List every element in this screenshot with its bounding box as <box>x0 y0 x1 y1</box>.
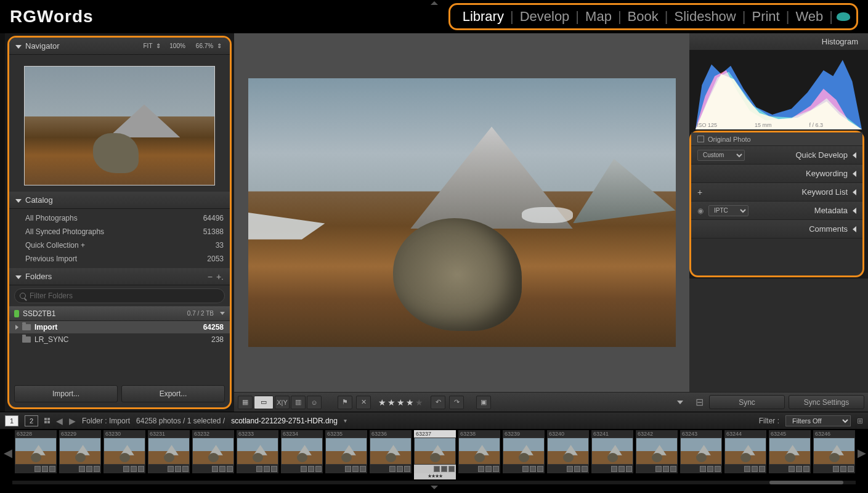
filmstrip-thumb[interactable]: 63229 <box>59 430 101 479</box>
module-book[interactable]: Book <box>622 6 665 27</box>
filmstrip-thumb[interactable]: 63230 <box>103 430 145 479</box>
flag-reject-button[interactable]: ✕ <box>356 396 371 409</box>
comments-header[interactable]: Comments <box>691 220 862 238</box>
breadcrumb-stats: 64258 photos / 1 selected / <box>136 417 225 425</box>
filmstrip-thumb[interactable]: 63241 <box>591 430 633 479</box>
metadata-preset-select[interactable]: IPTC <box>708 205 748 216</box>
module-slideshow[interactable]: Slideshow <box>668 6 742 27</box>
badge-icon <box>567 466 573 472</box>
metadata-header[interactable]: ◉ IPTC Metadata <box>691 202 862 220</box>
filmstrip-thumb[interactable]: 63236 <box>370 430 412 479</box>
slideshow-button[interactable]: ▣ <box>476 396 491 409</box>
import-button[interactable]: Import... <box>14 385 118 402</box>
sync-button[interactable]: Sync <box>709 395 785 409</box>
thumb-badges <box>458 465 500 473</box>
filmstrip-thumb[interactable]: 63231 <box>148 430 190 479</box>
zoom-100[interactable]: 100% <box>168 41 187 51</box>
export-button[interactable]: Export... <box>121 385 225 402</box>
module-develop[interactable]: Develop <box>514 6 576 27</box>
grid-view-button[interactable]: ▦ <box>238 396 253 409</box>
module-picker-highlight: Library | Develop | Map | Book | Slidesh… <box>448 3 858 30</box>
catalog-panel-header[interactable]: Catalog <box>9 192 230 209</box>
original-photo-row[interactable]: Original Photo <box>691 132 862 146</box>
main-window-button[interactable]: 1 <box>5 415 18 426</box>
volume-row[interactable]: SSD2TB1 0.7 / 2 TB <box>9 306 230 321</box>
catalog-item-all[interactable]: All Photographs64496 <box>15 211 224 225</box>
navigator-panel-header[interactable]: Navigator FIT ⇕ 100% 66.7% ⇕ <box>9 38 230 55</box>
thumb-badges <box>370 465 412 473</box>
catalog-item-quick[interactable]: Quick Collection +33 <box>15 238 224 252</box>
filmstrip-scrollbar-track[interactable] <box>12 481 856 484</box>
module-map[interactable]: Map <box>579 6 618 27</box>
module-print[interactable]: Print <box>745 6 785 27</box>
filmstrip-scrollbar-thumb[interactable] <box>769 481 843 484</box>
go-back-button[interactable]: ◀ <box>56 416 63 426</box>
folder-row-import[interactable]: Import 64258 <box>9 321 230 333</box>
zoom-fit[interactable]: FIT ⇕ <box>140 41 163 51</box>
filmstrip-scroll-left[interactable]: ◀ <box>4 433 12 473</box>
catalog-item-synced[interactable]: All Synced Photographs51388 <box>15 225 224 238</box>
compare-view-button[interactable]: X|Y <box>275 396 290 409</box>
navigator-preview[interactable] <box>24 66 215 185</box>
quick-develop-header[interactable]: Custom Quick Develop <box>691 146 862 165</box>
filmstrip-scroll-right[interactable]: ▶ <box>858 433 866 473</box>
quick-develop-preset-select[interactable]: Custom <box>697 150 745 161</box>
survey-view-button[interactable]: ▥ <box>291 396 306 409</box>
filmstrip-thumb[interactable]: 63245 <box>769 430 811 479</box>
filter-select[interactable]: Filters Off <box>785 415 851 426</box>
second-window-button[interactable]: 2 <box>25 415 38 426</box>
filmstrip-thumb[interactable]: 63232 <box>192 430 234 479</box>
hist-mm: 15 mm <box>755 122 772 128</box>
filmstrip-thumb[interactable]: 63235 <box>325 430 367 479</box>
go-forward-button[interactable]: ▶ <box>69 416 76 426</box>
add-keyword-button[interactable]: + <box>697 187 702 197</box>
badge-icon <box>840 466 846 472</box>
filmstrip-thumb[interactable]: 63228 <box>15 430 57 479</box>
filmstrip-thumb[interactable]: 63238 <box>458 430 500 479</box>
filmstrip-thumb[interactable]: 63246 <box>813 430 855 479</box>
filmstrip-thumb[interactable]: 63244 <box>724 430 766 479</box>
filmstrip-thumb[interactable]: 63243 <box>680 430 722 479</box>
rating-stars[interactable]: ★ ★ ★ ★ ★ <box>378 397 423 407</box>
catalog-item-previous[interactable]: Previous Import2053 <box>15 252 224 266</box>
checkbox-icon[interactable] <box>697 136 704 142</box>
keyword-list-header[interactable]: + Keyword List <box>691 183 862 202</box>
histogram-display[interactable]: ISO 125 15 mm f / 6.3 <box>689 51 868 129</box>
grid-icon[interactable] <box>44 418 50 423</box>
left-gutter <box>0 33 5 412</box>
loupe-view-button[interactable]: ▭ <box>254 396 274 409</box>
filmstrip-thumb[interactable]: 63240 <box>547 430 589 479</box>
breadcrumb-filename[interactable]: scotland-221229-2751-HDR.dng <box>231 417 338 425</box>
breadcrumb-source[interactable]: Folder : Import <box>82 417 130 425</box>
filmstrip-thumb[interactable]: 63233 <box>237 430 278 479</box>
histogram-panel-header[interactable]: Histogram <box>689 33 868 51</box>
filmstrip-thumb[interactable]: 63242 <box>636 430 678 479</box>
module-library[interactable]: Library <box>456 6 510 27</box>
filmstrip-thumb[interactable]: 63237★★★★ <box>414 430 456 479</box>
remove-folder-button[interactable]: − <box>208 272 213 282</box>
top-collapse-caret[interactable] <box>431 1 438 5</box>
cloud-sync-icon[interactable] <box>837 12 850 21</box>
filmstrip-thumb[interactable]: 63239 <box>503 430 545 479</box>
rotate-ccw-button[interactable]: ↶ <box>431 396 445 409</box>
folders-panel-header[interactable]: Folders − +. <box>9 268 230 285</box>
filmstrip-thumb[interactable]: 63234 <box>281 430 323 479</box>
sync-settings-button[interactable]: Sync Settings <box>789 395 864 409</box>
people-view-button[interactable]: ☺ <box>307 396 322 409</box>
toolbar-options-caret[interactable] <box>677 401 683 404</box>
badge-icon <box>441 466 447 472</box>
folder-row-lrsync[interactable]: LR_SYNC 238 <box>9 333 230 346</box>
flag-pick-button[interactable]: ⚑ <box>338 396 352 409</box>
thumb-image <box>148 438 190 465</box>
sync-lock-icon[interactable]: ⊟ <box>696 396 704 408</box>
bottom-collapse-caret[interactable] <box>431 486 438 489</box>
module-web[interactable]: Web <box>789 6 829 27</box>
eye-icon[interactable]: ◉ <box>697 206 704 215</box>
keywording-header[interactable]: Keywording <box>691 165 862 183</box>
loupe-view[interactable] <box>234 33 689 392</box>
add-folder-button[interactable]: +. <box>216 272 224 282</box>
zoom-66[interactable]: 66.7% ⇕ <box>192 41 224 51</box>
filter-lock-icon[interactable]: ⊞ <box>857 417 863 425</box>
folder-filter-input[interactable]: Filter Folders <box>14 288 225 303</box>
rotate-cw-button[interactable]: ↷ <box>449 396 464 409</box>
